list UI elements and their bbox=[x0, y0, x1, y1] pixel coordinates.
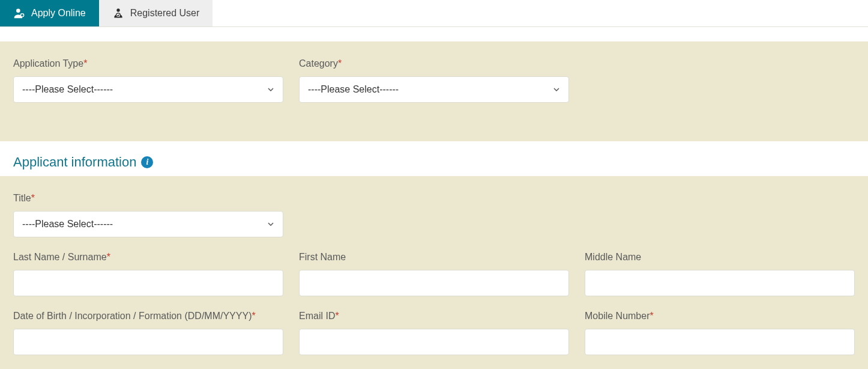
tab-apply-label: Apply Online bbox=[31, 8, 86, 19]
application-type-label: Application Type* bbox=[13, 58, 283, 69]
first-name-label: First Name bbox=[299, 252, 569, 263]
tab-apply-online[interactable]: Apply Online bbox=[0, 0, 99, 26]
section-title: Applicant information bbox=[13, 154, 136, 170]
applicant-info-heading-section: Applicant information i bbox=[0, 141, 868, 176]
user-plus-icon bbox=[13, 7, 25, 19]
tab-registered-label: Registered User bbox=[130, 8, 200, 19]
dob-label: Date of Birth / Incorporation / Formatio… bbox=[13, 311, 283, 322]
applicant-info-form: Title* ----Please Select------ Last Name… bbox=[0, 176, 868, 369]
application-type-value: ----Please Select------ bbox=[22, 84, 113, 95]
category-label: Category* bbox=[299, 58, 569, 69]
last-name-field[interactable] bbox=[13, 270, 283, 296]
tab-bar: Apply Online Registered User bbox=[0, 0, 868, 27]
first-name-field[interactable] bbox=[299, 270, 569, 296]
middle-name-field[interactable] bbox=[585, 270, 855, 296]
application-type-select[interactable]: ----Please Select------ bbox=[13, 76, 283, 103]
dob-field[interactable] bbox=[13, 329, 283, 355]
chevron-down-icon bbox=[553, 86, 560, 93]
user-check-icon bbox=[112, 7, 124, 19]
mobile-field[interactable] bbox=[585, 329, 855, 355]
svg-point-0 bbox=[16, 9, 20, 13]
tab-registered-user[interactable]: Registered User bbox=[99, 0, 213, 26]
title-select[interactable]: ----Please Select------ bbox=[13, 211, 283, 237]
middle-name-label: Middle Name bbox=[585, 252, 855, 263]
email-field[interactable] bbox=[299, 329, 569, 355]
last-name-label: Last Name / Surname* bbox=[13, 252, 283, 263]
mobile-label: Mobile Number* bbox=[585, 311, 855, 322]
title-label: Title* bbox=[13, 193, 283, 204]
application-meta-section: Application Type* ----Please Select-----… bbox=[0, 41, 868, 141]
svg-point-4 bbox=[116, 8, 119, 11]
chevron-down-icon bbox=[267, 221, 274, 228]
email-label: Email ID* bbox=[299, 311, 569, 322]
chevron-down-icon bbox=[267, 86, 274, 93]
title-value: ----Please Select------ bbox=[22, 219, 113, 230]
info-icon[interactable]: i bbox=[141, 156, 153, 168]
category-value: ----Please Select------ bbox=[308, 84, 399, 95]
svg-rect-3 bbox=[21, 15, 23, 16]
category-select[interactable]: ----Please Select------ bbox=[299, 76, 569, 103]
